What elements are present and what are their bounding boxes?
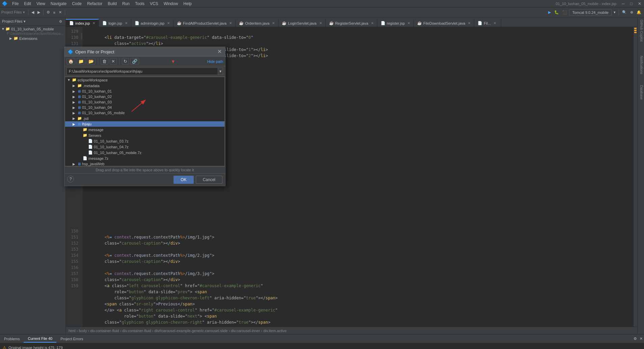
dtree-jstl[interactable]: ▶ 📁 .jstl: [65, 116, 224, 121]
dtree-luohan-03[interactable]: ▶ 🖥 01_10_luohan_03: [65, 99, 224, 105]
database-tab[interactable]: Database: [638, 83, 644, 102]
code-content-lower[interactable]: <%= context.request.contextPath%>/img/1.…: [82, 227, 633, 327]
dtree-servers[interactable]: 📁 Servers: [65, 132, 224, 138]
tab-icon-9: 📄: [478, 21, 482, 25]
tab-project-errors[interactable]: Project Errors: [56, 335, 87, 342]
dialog-home-btn[interactable]: 🏠: [66, 58, 75, 65]
warning-marker-2: [634, 30, 637, 31]
dialog-path-input[interactable]: [66, 68, 218, 75]
toolbar-collapse[interactable]: ≡: [52, 10, 57, 15]
dialog-cancel-button[interactable]: Cancel: [196, 176, 222, 184]
tab-orderitem[interactable]: ☕ Orderitem.java ✕: [236, 20, 278, 27]
server-selector[interactable]: Tomcat 9.0.24_mobile: [569, 9, 612, 16]
toolbar-settings[interactable]: ⚙: [45, 9, 51, 15]
tab-close-9[interactable]: ✕: [493, 21, 496, 25]
dtree-luohan-04-7z[interactable]: 📄 01_10_luohan_04.7z: [65, 144, 224, 150]
dialog-hint-text: Drag and drop a file into the space abov…: [64, 166, 225, 173]
notifications-tab[interactable]: Notifications: [638, 54, 644, 76]
menu-edit[interactable]: Edit: [21, 1, 34, 7]
dtree-luohan-05-mobile[interactable]: ▶ 🖥 01_10_luohan_05_mobile: [65, 110, 224, 116]
tab-close-8[interactable]: ✕: [468, 21, 471, 25]
panel-settings[interactable]: ⚙: [58, 19, 63, 24]
menu-vcs[interactable]: VCS: [147, 1, 161, 7]
github-copilot-tab[interactable]: GitHub Copilot: [638, 18, 644, 44]
dtree-metadata[interactable]: ▶ 📁 .metadata: [65, 83, 224, 89]
window-close[interactable]: ✕: [635, 1, 644, 6]
bottom-close[interactable]: ✕: [638, 336, 644, 342]
dialog-title-bar: 🔷 Open File or Project ✕: [64, 47, 225, 57]
toolbar-close[interactable]: ✕: [57, 9, 63, 15]
dtree-eclipse-workspace[interactable]: ▼ 📁 eclipseWorkspace: [65, 77, 224, 83]
tab-close-3[interactable]: ✕: [229, 21, 232, 25]
notifications-button[interactable]: 🔔: [635, 9, 643, 15]
tab-current-file[interactable]: Current File 40: [24, 335, 56, 343]
dtree-luohan-05-7z[interactable]: 📄 01_10_luohan_05_mobile.7z: [65, 150, 224, 155]
menu-window[interactable]: Window: [161, 1, 181, 7]
dialog-file-tree[interactable]: ▼ 📁 eclipseWorkspace ▶ 📁 .metadata ▶ 🖥 0…: [65, 77, 225, 166]
toolbar-back[interactable]: ◀: [30, 9, 35, 15]
menu-view[interactable]: View: [34, 1, 48, 7]
menu-navigate[interactable]: Navigate: [48, 1, 69, 7]
tab-close-1[interactable]: ✕: [125, 21, 128, 25]
tab-close-4[interactable]: ✕: [272, 21, 275, 25]
dtree-lhjiaju[interactable]: ▶ 🖥 lhjiaju: [65, 121, 224, 127]
dialog-browse-btn[interactable]: 📂: [87, 58, 96, 65]
run-button[interactable]: ▶: [547, 9, 552, 15]
menu-file[interactable]: File: [9, 1, 21, 7]
dialog-help-btn[interactable]: ?: [67, 176, 74, 182]
tab-close-7[interactable]: ✕: [407, 21, 410, 25]
dialog-refresh-btn[interactable]: ↻: [122, 58, 129, 65]
tab-close-5[interactable]: ✕: [319, 21, 322, 25]
dtree-luohan-02[interactable]: ▶ 🖥 01_10_luohan_02: [65, 94, 224, 99]
menu-tools[interactable]: Tools: [132, 1, 147, 7]
tab-icon: 📄: [69, 21, 74, 25]
dtree-luohan-01[interactable]: ▶ 🖥 01_10_luohan_01: [65, 89, 224, 94]
hide-path-label[interactable]: Hide path: [207, 59, 223, 64]
menu-refactor[interactable]: Refactor: [84, 1, 105, 7]
tab-filedownload[interactable]: ☕ FileDownloadServlet.java ✕: [414, 20, 474, 27]
tree-extensions[interactable]: ▶ 📁 Extensions: [0, 36, 65, 41]
problem-0: ⚠ Original image height is 475 :179: [3, 345, 641, 349]
tab-adminlogin[interactable]: 📄 adminlogin.jsp ✕: [131, 20, 173, 27]
bottom-settings[interactable]: ⚙: [632, 336, 638, 342]
toolbar-forward[interactable]: ▶: [36, 9, 42, 15]
left-panel: Project Files ▾ ⚙ ▼ 📁 01_10_luohan_05_mo…: [0, 18, 66, 334]
git-button[interactable]: ⊕: [629, 9, 635, 15]
tab-close-0[interactable]: ✕: [92, 21, 95, 25]
right-markers-lower: [633, 227, 637, 327]
server-arrow[interactable]: ▾: [612, 9, 617, 15]
tab-problems[interactable]: Problems: [0, 335, 24, 342]
tree-root[interactable]: ▼ 📁 01_10_luohan_05_mobile: [0, 26, 65, 31]
dtree-luohan-03-7z[interactable]: 📄 01_10_luohan_03.7z: [65, 138, 224, 144]
dialog-link-btn[interactable]: 🔗: [130, 58, 139, 65]
tab-findall[interactable]: ☕ FindAllProductServlet.java ✕: [173, 20, 236, 27]
dialog-path-dropdown[interactable]: ▾: [218, 68, 223, 75]
menu-build[interactable]: Build: [105, 1, 119, 7]
dialog-delete-btn[interactable]: 🗑: [101, 58, 108, 65]
menu-help[interactable]: Help: [181, 1, 194, 7]
menu-run[interactable]: Run: [119, 1, 132, 7]
tab-loginservlet[interactable]: ☕ LoginServlet.java ✕: [278, 20, 325, 27]
dialog-newdir-btn[interactable]: 📁: [77, 58, 85, 65]
tab-index-jsp[interactable]: 📄 index.jsp ✕: [66, 19, 99, 27]
dtree-hsp-javaweb[interactable]: ▶ 🖥 hsp_javaWeb: [65, 161, 224, 166]
dialog-path-row: ▾: [64, 66, 225, 77]
window-maximize[interactable]: □: [627, 1, 635, 6]
dialog-cancel-btn-small[interactable]: ✕: [110, 58, 117, 65]
dtree-message-7z[interactable]: 📄 message.7z: [65, 155, 224, 161]
menu-code[interactable]: Code: [69, 1, 84, 7]
tab-registerservlet[interactable]: ☕ RegisterServlet.java ✕: [326, 20, 377, 27]
dtree-luohan-04[interactable]: ▶ 🖥 01_10_luohan_04: [65, 105, 224, 110]
tab-close-6[interactable]: ✕: [371, 21, 374, 25]
dialog-ok-button[interactable]: OK: [173, 176, 193, 184]
window-minimize[interactable]: ─: [619, 1, 627, 6]
tab-login-jsp[interactable]: 📄 login.jsp ✕: [99, 20, 131, 27]
tab-fil[interactable]: 📄 Fil... ✕: [474, 20, 501, 27]
tab-register-jsp[interactable]: 📄 register.jsp ✕: [377, 20, 414, 27]
dialog-close-button[interactable]: ✕: [217, 49, 222, 54]
stop-button[interactable]: ⬛: [561, 9, 568, 15]
search-button[interactable]: 🔍: [621, 9, 628, 15]
debug-button[interactable]: 🐛: [553, 9, 560, 15]
dtree-message[interactable]: 📁 message: [65, 127, 224, 132]
tab-close-2[interactable]: ✕: [167, 21, 170, 25]
